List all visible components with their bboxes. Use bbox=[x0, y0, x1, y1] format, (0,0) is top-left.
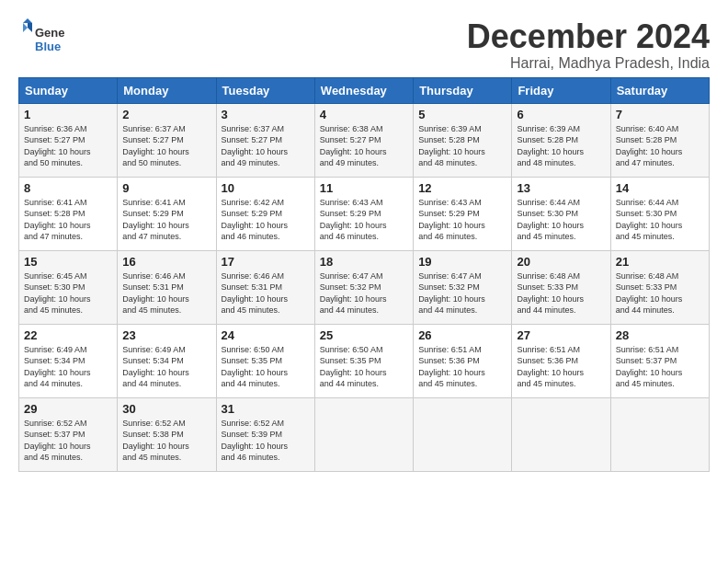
title-block: December 2024 Harrai, Madhya Pradesh, In… bbox=[467, 18, 710, 72]
day-info: Sunrise: 6:43 AMSunset: 5:29 PMDaylight:… bbox=[418, 197, 506, 243]
table-row: 1Sunrise: 6:36 AMSunset: 5:27 PMDaylight… bbox=[19, 103, 118, 177]
table-row: 24Sunrise: 6:50 AMSunset: 5:35 PMDayligh… bbox=[216, 324, 314, 397]
table-row bbox=[414, 397, 512, 471]
calendar-week-row: 29Sunrise: 6:52 AMSunset: 5:37 PMDayligh… bbox=[19, 397, 710, 471]
day-number: 21 bbox=[616, 255, 704, 269]
day-number: 27 bbox=[517, 328, 605, 342]
day-info: Sunrise: 6:52 AMSunset: 5:38 PMDaylight:… bbox=[122, 418, 210, 464]
day-info: Sunrise: 6:49 AMSunset: 5:34 PMDaylight:… bbox=[122, 344, 210, 390]
table-row: 19Sunrise: 6:47 AMSunset: 5:32 PMDayligh… bbox=[414, 250, 512, 324]
day-info: Sunrise: 6:50 AMSunset: 5:35 PMDaylight:… bbox=[222, 344, 310, 390]
day-number: 18 bbox=[320, 255, 408, 269]
day-number: 28 bbox=[616, 328, 704, 342]
table-row: 7Sunrise: 6:40 AMSunset: 5:28 PMDaylight… bbox=[610, 103, 709, 177]
calendar-week-row: 22Sunrise: 6:49 AMSunset: 5:34 PMDayligh… bbox=[19, 324, 710, 397]
table-row: 11Sunrise: 6:43 AMSunset: 5:29 PMDayligh… bbox=[314, 177, 413, 250]
day-number: 7 bbox=[616, 108, 704, 121]
day-number: 12 bbox=[418, 181, 506, 195]
day-info: Sunrise: 6:48 AMSunset: 5:33 PMDaylight:… bbox=[517, 270, 605, 316]
day-number: 20 bbox=[517, 255, 605, 269]
table-row: 18Sunrise: 6:47 AMSunset: 5:32 PMDayligh… bbox=[314, 250, 413, 324]
table-row: 14Sunrise: 6:44 AMSunset: 5:30 PMDayligh… bbox=[610, 177, 709, 250]
day-number: 6 bbox=[517, 108, 605, 121]
day-info: Sunrise: 6:43 AMSunset: 5:29 PMDaylight:… bbox=[320, 197, 408, 243]
header-monday: Monday bbox=[118, 77, 216, 103]
table-row: 15Sunrise: 6:45 AMSunset: 5:30 PMDayligh… bbox=[19, 250, 118, 324]
day-info: Sunrise: 6:39 AMSunset: 5:28 PMDaylight:… bbox=[517, 123, 605, 169]
table-row bbox=[610, 397, 709, 471]
day-info: Sunrise: 6:51 AMSunset: 5:36 PMDaylight:… bbox=[517, 344, 605, 390]
day-number: 4 bbox=[320, 108, 408, 121]
table-row: 9Sunrise: 6:41 AMSunset: 5:29 PMDaylight… bbox=[118, 177, 216, 250]
header-friday: Friday bbox=[512, 77, 610, 103]
day-info: Sunrise: 6:41 AMSunset: 5:28 PMDaylight:… bbox=[24, 197, 112, 243]
table-row: 20Sunrise: 6:48 AMSunset: 5:33 PMDayligh… bbox=[512, 250, 610, 324]
svg-marker-3 bbox=[28, 23, 32, 32]
table-row: 5Sunrise: 6:39 AMSunset: 5:28 PMDaylight… bbox=[414, 103, 512, 177]
calendar-page: General Blue December 2024 Harrai, Madhy… bbox=[0, 0, 728, 563]
day-info: Sunrise: 6:41 AMSunset: 5:29 PMDaylight:… bbox=[122, 197, 210, 243]
day-info: Sunrise: 6:51 AMSunset: 5:37 PMDaylight:… bbox=[616, 344, 704, 390]
day-info: Sunrise: 6:46 AMSunset: 5:31 PMDaylight:… bbox=[122, 270, 210, 316]
table-row: 2Sunrise: 6:37 AMSunset: 5:27 PMDaylight… bbox=[118, 103, 216, 177]
table-row: 13Sunrise: 6:44 AMSunset: 5:30 PMDayligh… bbox=[512, 177, 610, 250]
day-info: Sunrise: 6:37 AMSunset: 5:27 PMDaylight:… bbox=[222, 123, 310, 169]
table-row: 16Sunrise: 6:46 AMSunset: 5:31 PMDayligh… bbox=[118, 250, 216, 324]
table-row: 23Sunrise: 6:49 AMSunset: 5:34 PMDayligh… bbox=[118, 324, 216, 397]
day-info: Sunrise: 6:52 AMSunset: 5:37 PMDaylight:… bbox=[24, 418, 112, 464]
month-title: December 2024 bbox=[467, 18, 710, 55]
calendar-week-row: 8Sunrise: 6:41 AMSunset: 5:28 PMDaylight… bbox=[19, 177, 710, 250]
logo: General Blue bbox=[18, 18, 64, 60]
table-row: 21Sunrise: 6:48 AMSunset: 5:33 PMDayligh… bbox=[610, 250, 709, 324]
day-info: Sunrise: 6:47 AMSunset: 5:32 PMDaylight:… bbox=[418, 270, 506, 316]
header-sunday: Sunday bbox=[19, 77, 118, 103]
header-thursday: Thursday bbox=[414, 77, 512, 103]
day-info: Sunrise: 6:51 AMSunset: 5:36 PMDaylight:… bbox=[418, 344, 506, 390]
table-row: 4Sunrise: 6:38 AMSunset: 5:27 PMDaylight… bbox=[314, 103, 413, 177]
day-number: 8 bbox=[24, 181, 112, 195]
table-row: 17Sunrise: 6:46 AMSunset: 5:31 PMDayligh… bbox=[216, 250, 314, 324]
table-row: 12Sunrise: 6:43 AMSunset: 5:29 PMDayligh… bbox=[414, 177, 512, 250]
header-saturday: Saturday bbox=[610, 77, 709, 103]
day-number: 26 bbox=[418, 328, 506, 342]
table-row: 27Sunrise: 6:51 AMSunset: 5:36 PMDayligh… bbox=[512, 324, 610, 397]
day-number: 23 bbox=[122, 328, 210, 342]
day-info: Sunrise: 6:46 AMSunset: 5:31 PMDaylight:… bbox=[222, 270, 310, 316]
calendar-table: Sunday Monday Tuesday Wednesday Thursday… bbox=[18, 77, 710, 472]
header: General Blue December 2024 Harrai, Madhy… bbox=[18, 18, 710, 72]
table-row: 30Sunrise: 6:52 AMSunset: 5:38 PMDayligh… bbox=[118, 397, 216, 471]
day-number: 25 bbox=[320, 328, 408, 342]
table-row: 3Sunrise: 6:37 AMSunset: 5:27 PMDaylight… bbox=[216, 103, 314, 177]
table-row: 22Sunrise: 6:49 AMSunset: 5:34 PMDayligh… bbox=[19, 324, 118, 397]
day-number: 10 bbox=[222, 181, 310, 195]
day-number: 30 bbox=[122, 402, 210, 416]
day-info: Sunrise: 6:37 AMSunset: 5:27 PMDaylight:… bbox=[122, 123, 210, 169]
table-row: 31Sunrise: 6:52 AMSunset: 5:39 PMDayligh… bbox=[216, 397, 314, 471]
table-row: 25Sunrise: 6:50 AMSunset: 5:35 PMDayligh… bbox=[314, 324, 413, 397]
day-info: Sunrise: 6:52 AMSunset: 5:39 PMDaylight:… bbox=[222, 418, 310, 464]
day-info: Sunrise: 6:50 AMSunset: 5:35 PMDaylight:… bbox=[320, 344, 408, 390]
day-number: 29 bbox=[24, 402, 112, 416]
svg-text:Blue: Blue bbox=[35, 40, 61, 53]
day-info: Sunrise: 6:45 AMSunset: 5:30 PMDaylight:… bbox=[24, 270, 112, 316]
day-number: 1 bbox=[24, 108, 112, 121]
table-row: 26Sunrise: 6:51 AMSunset: 5:36 PMDayligh… bbox=[414, 324, 512, 397]
day-number: 11 bbox=[320, 181, 408, 195]
day-info: Sunrise: 6:44 AMSunset: 5:30 PMDaylight:… bbox=[616, 197, 704, 243]
day-info: Sunrise: 6:48 AMSunset: 5:33 PMDaylight:… bbox=[616, 270, 704, 316]
svg-marker-4 bbox=[23, 23, 28, 32]
day-number: 15 bbox=[24, 255, 112, 269]
day-number: 19 bbox=[418, 255, 506, 269]
day-number: 24 bbox=[222, 328, 310, 342]
day-info: Sunrise: 6:47 AMSunset: 5:32 PMDaylight:… bbox=[320, 270, 408, 316]
day-number: 2 bbox=[122, 108, 210, 121]
location-title: Harrai, Madhya Pradesh, India bbox=[467, 55, 710, 72]
calendar-week-row: 15Sunrise: 6:45 AMSunset: 5:30 PMDayligh… bbox=[19, 250, 710, 324]
svg-text:General: General bbox=[35, 26, 64, 40]
day-info: Sunrise: 6:36 AMSunset: 5:27 PMDaylight:… bbox=[24, 123, 112, 169]
day-number: 14 bbox=[616, 181, 704, 195]
table-row bbox=[314, 397, 413, 471]
day-number: 5 bbox=[418, 108, 506, 121]
day-info: Sunrise: 6:49 AMSunset: 5:34 PMDaylight:… bbox=[24, 344, 112, 390]
day-number: 13 bbox=[517, 181, 605, 195]
